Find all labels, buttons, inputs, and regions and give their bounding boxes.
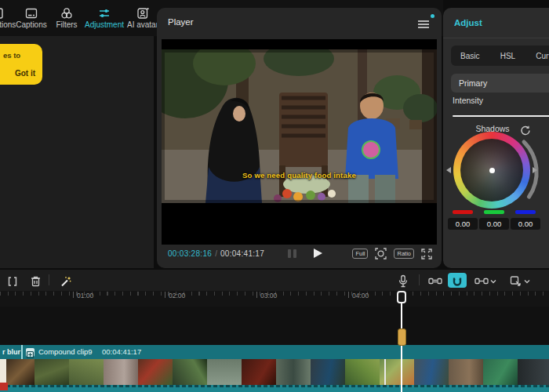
red-value[interactable]: 0.00: [448, 218, 478, 230]
thumbnail: [104, 359, 138, 385]
player-menu-icon[interactable]: [418, 20, 429, 31]
snap-magnet-toggle[interactable]: [448, 273, 467, 288]
toolbar-item-captions[interactable]: Captions: [11, 5, 52, 35]
color-wheel[interactable]: [453, 132, 530, 209]
compound-clip-duration: 00:04:41:17: [102, 345, 141, 359]
ruler-mark: 02:00: [165, 292, 185, 299]
thumbnail: [138, 359, 173, 385]
video-subtitle: So we need quality food intake: [162, 171, 437, 180]
got-it-button[interactable]: Got it: [15, 69, 35, 78]
divider: [49, 274, 49, 285]
player-title: Player: [168, 8, 194, 36]
wheel-left-arrow[interactable]: [446, 167, 451, 173]
playhead-handle[interactable]: [397, 291, 406, 303]
clip-fragment-red: [0, 383, 8, 390]
green-bar: [484, 210, 504, 214]
toolbar-item-adjustment[interactable]: Adjustment: [82, 5, 127, 35]
blue-bar: [515, 210, 536, 214]
divider: [443, 38, 549, 38]
pause-icon[interactable]: [288, 249, 296, 258]
caption-track[interactable]: [0, 385, 549, 392]
trash-icon[interactable]: [30, 274, 42, 288]
thumbnail: [35, 359, 69, 385]
wheel-right-arrow[interactable]: [533, 167, 537, 173]
reset-icon[interactable]: [520, 123, 530, 137]
green-value[interactable]: 0.00: [479, 218, 509, 230]
thumbnail: [173, 359, 207, 385]
divider: [419, 274, 420, 285]
tab-hsl[interactable]: HSL: [500, 52, 515, 60]
blue-channel: 0.00: [511, 210, 540, 230]
duration-timecode: 00:04:41:17: [220, 249, 264, 258]
thumbnail: [69, 359, 104, 385]
adjust-panel-title: Adjust: [454, 8, 482, 38]
ratio-button[interactable]: Ratio: [394, 249, 414, 259]
timecode-separator: /: [215, 249, 217, 258]
adjust-tabbar: Basic HSL Curves: [451, 45, 549, 66]
thumbnail: [276, 359, 311, 385]
player-controls: 00:03:28:16 / 00:04:41:17 Full Ratio: [168, 245, 432, 262]
link-clips-icon[interactable]: [428, 274, 442, 288]
linking-options-dropdown[interactable]: [474, 274, 496, 288]
red-channel: 0.00: [448, 210, 478, 230]
primary-selector[interactable]: Primary: [451, 74, 549, 93]
thumbnail: [449, 359, 483, 385]
clip-boundary: [21, 345, 23, 359]
video-frame: So we need quality food intake: [162, 49, 437, 203]
intensity-label: Intensity: [453, 96, 483, 105]
voiceover-mic-icon[interactable]: [398, 274, 409, 288]
timeline-ruler[interactable]: 01:00 02:00 03:00 04:00: [0, 291, 549, 307]
render-preview-dropdown[interactable]: [510, 274, 530, 288]
adjust-panel: Adjust Basic HSL Curves Primary Intensit…: [443, 8, 549, 268]
full-button[interactable]: Full: [352, 249, 368, 259]
filmstrip-track[interactable]: [0, 359, 549, 385]
current-timecode: 00:03:28:16: [168, 249, 212, 258]
thumbnail: [483, 359, 518, 385]
ruler-mark: 01:00: [73, 292, 93, 299]
compound-clip-name: Compound clip9: [38, 345, 93, 359]
timeline-toolbar: [0, 270, 549, 291]
blue-value[interactable]: 0.00: [511, 218, 540, 230]
thumbnail: [518, 359, 549, 385]
playhead-line: [401, 303, 402, 392]
tab-curves[interactable]: Curves: [536, 52, 549, 60]
timeline-empty-area[interactable]: [0, 307, 549, 345]
tab-basic[interactable]: Basic: [460, 52, 479, 60]
compound-clip-header[interactable]: r blur Compound clip9 00:04:41:17: [0, 345, 549, 359]
thumbnail: [311, 359, 345, 385]
intensity-slider[interactable]: [453, 115, 549, 117]
red-bar: [453, 210, 473, 214]
onboarding-tooltip: es to Got it: [0, 44, 42, 85]
ruler-mark: 03:00: [256, 292, 277, 299]
captions-icon: [11, 5, 52, 20]
notification-dot: [431, 14, 434, 18]
thumbnail: [414, 359, 449, 385]
player-panel: Player: [157, 8, 442, 268]
adjustment-icon: [82, 5, 127, 20]
clip-fragment: [0, 359, 6, 383]
toolbar-item-filters[interactable]: Filters: [50, 5, 83, 35]
thumbnail: [207, 359, 242, 385]
ai-avatar-icon: [124, 5, 162, 20]
compound-clip-icon: [26, 348, 35, 357]
thumbnail: [242, 359, 276, 385]
video-viewport[interactable]: So we need quality food intake: [162, 39, 437, 245]
green-channel: 0.00: [479, 210, 509, 230]
timeline-marker[interactable]: [398, 328, 406, 346]
tooltip-message: es to: [3, 51, 20, 60]
fit-zoom-icon[interactable]: [375, 246, 387, 260]
magic-wand-icon[interactable]: [60, 274, 72, 288]
fullscreen-icon[interactable]: [421, 246, 432, 260]
play-button[interactable]: [314, 249, 322, 258]
toolbar-item-ai-avatar[interactable]: AI avatar: [124, 5, 162, 35]
split-icon[interactable]: [6, 274, 19, 288]
left-clip-label: r blur: [2, 345, 20, 359]
clip-boundary: [384, 359, 386, 385]
filters-icon: [50, 5, 83, 20]
ruler-mark: 04:00: [348, 292, 369, 299]
wheel-center-dot[interactable]: [489, 168, 495, 173]
thumbnail: [345, 359, 380, 385]
